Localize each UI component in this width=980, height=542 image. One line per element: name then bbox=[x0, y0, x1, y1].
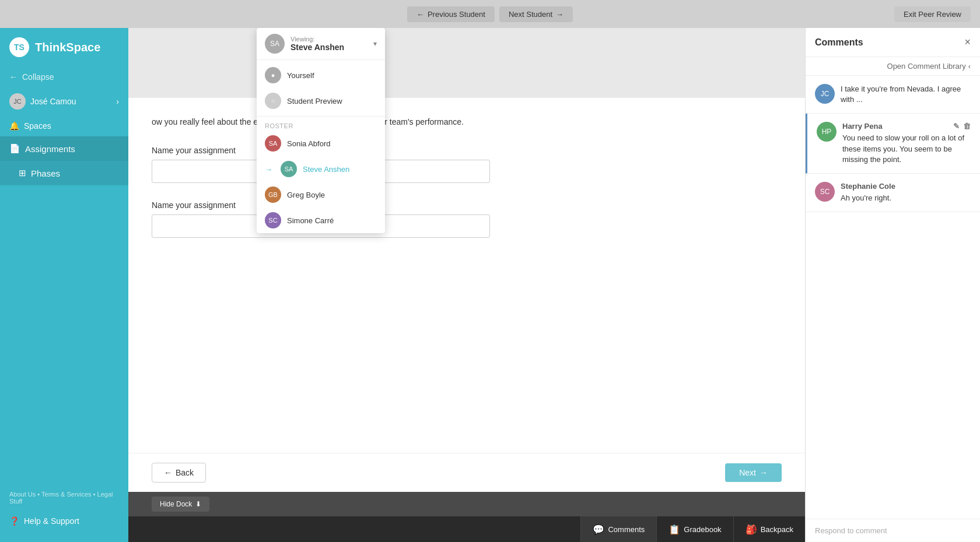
divider bbox=[257, 59, 385, 60]
gradebook-tab-icon: 📋 bbox=[668, 524, 680, 535]
tab-gradebook[interactable]: 📋 Gradebook bbox=[656, 516, 733, 542]
comment-body: Harry Pena ✎ 🗑 You need to slow your rol… bbox=[842, 122, 971, 165]
sidebar-links: About Us • Terms & Services • Legal Stuf… bbox=[9, 486, 119, 509]
terms-link[interactable]: Terms & Services bbox=[41, 491, 92, 498]
comment-actions: ✎ 🗑 bbox=[953, 122, 971, 131]
steve-avatar: SA bbox=[281, 161, 297, 177]
comment-text: I take it you're from Nevada. I agree wi… bbox=[841, 84, 971, 105]
previous-student-button[interactable]: ← Previous Student bbox=[407, 6, 495, 22]
chevron-left-icon: ‹ bbox=[968, 62, 971, 71]
help-icon: ❓ bbox=[9, 516, 19, 526]
sidebar-item-assignments[interactable]: 📄 Assignments bbox=[0, 136, 128, 161]
yourself-avatar: ● bbox=[265, 67, 281, 83]
comment-respond-area[interactable]: Respond to comment bbox=[806, 519, 980, 542]
comment-avatar: SC bbox=[815, 182, 835, 202]
avatar: JC bbox=[9, 93, 26, 110]
divider2 bbox=[257, 116, 385, 117]
content-actions: ← Back Next → bbox=[128, 453, 805, 492]
comment-item: JC I take it you're from Nevada. I agree… bbox=[806, 76, 980, 114]
dropdown-option-simone[interactable]: SC Simone Carré bbox=[257, 207, 385, 233]
collapse-icon: ← bbox=[9, 72, 18, 82]
sidebar-collapse-button[interactable]: ← Collapse bbox=[0, 66, 128, 87]
comments-list: JC I take it you're from Nevada. I agree… bbox=[806, 76, 980, 519]
dropdown-option-student-preview[interactable]: ○ Student Preview bbox=[257, 88, 385, 114]
field1-label: Name your assignment bbox=[152, 146, 782, 155]
chevron-down-icon: ▾ bbox=[373, 40, 377, 48]
dropdown-option-yourself[interactable]: ● Yourself bbox=[257, 62, 385, 88]
next-button[interactable]: Next → bbox=[725, 463, 782, 482]
comment-text: You need to slow your roll on a lot of t… bbox=[842, 133, 971, 165]
back-button[interactable]: ← Back bbox=[152, 463, 206, 483]
main-layout: TS ThinkSpace ← Collapse JC José Camou ›… bbox=[0, 28, 980, 542]
dropdown-option-sonia[interactable]: SA Sonia Abford bbox=[257, 131, 385, 156]
arrow-left-icon: ← bbox=[416, 10, 424, 19]
logo: TS ThinkSpace bbox=[0, 28, 128, 66]
content-area: SA Viewing: Steve Anshen ▾ ● Yourself ○ … bbox=[128, 28, 805, 542]
simone-avatar: SC bbox=[265, 212, 281, 228]
about-us-link[interactable]: About Us bbox=[9, 491, 36, 498]
sidebar-footer: About Us • Terms & Services • Legal Stuf… bbox=[0, 477, 128, 542]
spaces-icon: 🔔 bbox=[9, 121, 19, 131]
sidebar-item-spaces[interactable]: 🔔 Spaces bbox=[0, 115, 128, 136]
exit-peer-review-button[interactable]: Exit Peer Review bbox=[894, 6, 971, 22]
comment-body: Stephanie Cole Ah you're right. bbox=[841, 182, 971, 203]
tab-backpack[interactable]: 🎒 Backpack bbox=[733, 516, 805, 542]
comments-header: Comments × bbox=[806, 28, 980, 57]
sidebar-user[interactable]: JC José Camou › bbox=[0, 87, 128, 115]
phases-icon: ⊞ bbox=[19, 168, 26, 178]
sonia-avatar: SA bbox=[265, 135, 281, 152]
student-preview-avatar: ○ bbox=[265, 93, 281, 109]
sidebar: TS ThinkSpace ← Collapse JC José Camou ›… bbox=[0, 28, 128, 542]
chevron-down-icon: ⬇ bbox=[195, 500, 201, 508]
viewing-dropdown: SA Viewing: Steve Anshen ▾ ● Yourself ○ … bbox=[257, 28, 385, 233]
comments-tab-icon: 💬 bbox=[593, 524, 604, 535]
active-indicator: → bbox=[265, 165, 272, 174]
comment-item: HP Harry Pena ✎ 🗑 You need to slow your … bbox=[806, 114, 980, 174]
dropdown-avatar: SA bbox=[265, 34, 285, 54]
comment-text: Ah you're right. bbox=[841, 193, 971, 203]
arrow-left-icon: ← bbox=[164, 468, 172, 477]
field2-label: Name your assignment bbox=[152, 200, 782, 210]
comment-avatar: HP bbox=[817, 122, 836, 142]
comment-item: SC Stephanie Cole Ah you're right. bbox=[806, 174, 980, 212]
content-top-area bbox=[128, 28, 805, 98]
delete-icon[interactable]: 🗑 bbox=[963, 122, 971, 131]
question-text: ow you really feel about the extent to w… bbox=[152, 115, 782, 128]
arrow-right-icon: → bbox=[760, 468, 768, 477]
dropdown-option-greg[interactable]: GB Greg Boyle bbox=[257, 182, 385, 207]
main-content: ow you really feel about the extent to w… bbox=[128, 98, 805, 453]
comments-panel: Comments × Open Comment Library ‹ JC I t… bbox=[805, 28, 980, 542]
respond-input[interactable]: Respond to comment bbox=[815, 526, 971, 535]
logo-icon: TS bbox=[9, 37, 29, 57]
close-comments-button[interactable]: × bbox=[964, 36, 971, 48]
next-student-button[interactable]: Next Student → bbox=[499, 6, 573, 22]
backpack-tab-icon: 🎒 bbox=[746, 524, 757, 535]
comment-author: Harry Pena ✎ 🗑 bbox=[842, 122, 971, 131]
sidebar-help[interactable]: ❓ Help & Support bbox=[9, 509, 119, 533]
dropdown-option-steve[interactable]: → SA Steve Anshen bbox=[257, 156, 385, 182]
greg-avatar: GB bbox=[265, 186, 281, 203]
comment-author: Stephanie Cole bbox=[841, 182, 971, 191]
top-bar: ← Previous Student Next Student → Exit P… bbox=[0, 0, 980, 28]
comment-body: I take it you're from Nevada. I agree wi… bbox=[841, 84, 971, 105]
edit-icon[interactable]: ✎ bbox=[953, 122, 960, 131]
bottom-dock: Hide Dock ⬇ bbox=[128, 492, 805, 516]
open-comment-library[interactable]: Open Comment Library ‹ bbox=[806, 57, 980, 76]
comment-avatar: JC bbox=[815, 84, 835, 104]
assignments-icon: 📄 bbox=[9, 143, 20, 154]
dropdown-header: SA Viewing: Steve Anshen ▾ bbox=[257, 28, 385, 57]
nav-buttons: ← Previous Student Next Student → bbox=[407, 6, 573, 22]
bottom-tab-bar: 💬 Comments 📋 Gradebook 🎒 Backpack bbox=[128, 516, 805, 542]
chevron-right-icon: › bbox=[116, 97, 119, 106]
comments-title: Comments bbox=[815, 37, 863, 48]
arrow-right-icon: → bbox=[556, 10, 564, 19]
tab-comments[interactable]: 💬 Comments bbox=[580, 516, 656, 542]
sidebar-item-phases[interactable]: ⊞ Phases bbox=[0, 161, 128, 185]
hide-dock-button[interactable]: Hide Dock ⬇ bbox=[152, 497, 209, 512]
